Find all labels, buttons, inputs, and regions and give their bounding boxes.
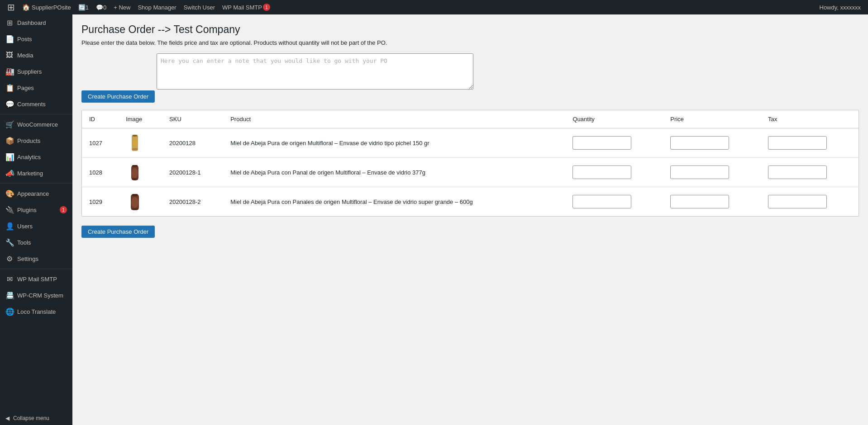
wp-mail-smtp-sidebar-icon: ✉ [5, 275, 14, 283]
sidebar-label-pages: Pages [17, 85, 67, 91]
cell-price-1029[interactable] [663, 187, 761, 217]
sidebar-item-suppliers[interactable]: 🏭 Suppliers [0, 63, 72, 80]
tax-input-1028[interactable] [768, 165, 827, 179]
site-name-link[interactable]: 🏠 SupplierPOsite [19, 0, 75, 14]
cell-product-1027: Miel de Abeja Pura de origen Multifloral… [223, 128, 565, 158]
new-label: + New [114, 4, 130, 11]
sidebar-label-posts: Posts [17, 36, 67, 42]
price-input-1027[interactable] [670, 136, 729, 150]
collapse-menu-button[interactable]: ◀ Collapse menu [0, 411, 72, 425]
plugins-badge: 1 [60, 206, 67, 213]
sidebar-item-analytics[interactable]: 📊 Analytics [0, 149, 72, 165]
col-sku: SKU [162, 110, 223, 128]
dashboard-icon: ⊞ [5, 19, 14, 27]
sidebar-item-dashboard[interactable]: ⊞ Dashboard [0, 14, 72, 31]
sidebar-item-tools[interactable]: 🔧 Tools [0, 234, 72, 250]
updates-icon: 🔄 [78, 4, 86, 11]
sidebar-item-plugins[interactable]: 🔌 Plugins 1 [0, 202, 72, 218]
sidebar-item-posts[interactable]: 📄 Posts [0, 31, 72, 47]
shop-manager-label: Shop Manager [138, 4, 176, 11]
create-po-button-top[interactable]: Create Purchase Order [81, 90, 155, 103]
cell-id-1028: 1028 [82, 158, 119, 187]
sidebar-item-comments[interactable]: 💬 Comments [0, 96, 72, 112]
price-input-1028[interactable] [670, 165, 729, 179]
col-id: ID [82, 110, 119, 128]
sidebar-item-loco-translate[interactable]: 🌐 Loco Translate [0, 303, 72, 320]
cell-sku-1027: 20200128 [162, 128, 223, 158]
updates-link[interactable]: 🔄 1 [75, 0, 92, 14]
po-table: ID Image SKU Product Quantity Price Tax … [82, 110, 858, 216]
svg-rect-11 [131, 208, 138, 210]
product-image-1029 [126, 193, 144, 211]
cell-qty-1028[interactable] [565, 158, 663, 187]
tax-input-1029[interactable] [768, 195, 827, 208]
cell-sku-1029: 20200128-2 [162, 187, 223, 217]
sidebar-item-users[interactable]: 👤 Users [0, 218, 72, 234]
sidebar-label-marketing: Marketing [17, 170, 67, 177]
sidebar-separator-1 [0, 114, 72, 114]
appearance-icon: 🎨 [5, 189, 14, 198]
price-input-1029[interactable] [670, 195, 729, 208]
loco-translate-icon: 🌐 [5, 307, 14, 316]
howdy-link[interactable]: Howdy, xxxxxxx [816, 0, 865, 14]
sidebar-item-woocommerce[interactable]: 🛒 WooCommerce [0, 116, 72, 132]
wp-mail-smtp-label: WP Mail SMTP [222, 4, 262, 11]
sidebar-separator-2 [0, 183, 72, 184]
sidebar-item-wp-mail-smtp[interactable]: ✉ WP Mail SMTP [0, 271, 72, 287]
wp-crm-icon: 📇 [5, 291, 14, 300]
posts-icon: 📄 [5, 35, 14, 43]
settings-icon: ⚙ [5, 255, 14, 263]
product-image-svg-1028 [128, 163, 142, 181]
home-icon: 🏠 [22, 4, 30, 11]
product-image-1028 [126, 163, 144, 181]
cell-sku-1028: 20200128-1 [162, 158, 223, 187]
sidebar-item-pages[interactable]: 📋 Pages [0, 80, 72, 96]
qty-input-1029[interactable] [572, 195, 631, 208]
switch-user-label: Switch User [184, 4, 215, 11]
table-row: 1029 20200128-2 [82, 187, 858, 217]
create-po-button-bottom[interactable]: Create Purchase Order [81, 226, 155, 238]
sidebar-item-media[interactable]: 🖼 Media [0, 47, 72, 63]
sidebar-item-marketing[interactable]: 📣 Marketing [0, 165, 72, 181]
wp-logo-icon[interactable]: ⊞ [4, 2, 19, 13]
sidebar-label-woocommerce: WooCommerce [17, 121, 67, 128]
cell-id-1029: 1029 [82, 187, 119, 217]
cell-tax-1027[interactable] [761, 128, 858, 158]
cell-qty-1027[interactable] [565, 128, 663, 158]
sidebar-item-wp-crm[interactable]: 📇 WP-CRM System [0, 287, 72, 303]
sidebar-label-comments: Comments [17, 101, 67, 108]
note-textarea[interactable] [157, 53, 473, 90]
cell-price-1027[interactable] [663, 128, 761, 158]
sidebar-label-loco-translate: Loco Translate [17, 308, 67, 315]
sidebar-item-settings[interactable]: ⚙ Settings [0, 250, 72, 267]
qty-input-1027[interactable] [572, 136, 631, 150]
shop-manager-link[interactable]: Shop Manager [134, 0, 180, 14]
cell-qty-1029[interactable] [565, 187, 663, 217]
cell-image-1027 [119, 128, 162, 158]
sidebar: ⊞ Dashboard 📄 Posts 🖼 Media 🏭 Suppliers … [0, 14, 72, 425]
sidebar-item-products[interactable]: 📦 Products [0, 132, 72, 149]
sidebar-label-dashboard: Dashboard [17, 19, 67, 26]
wp-mail-smtp-link[interactable]: WP Mail SMTP 1 [219, 0, 274, 14]
new-link[interactable]: + New [110, 0, 134, 14]
qty-input-1028[interactable] [572, 165, 631, 179]
tax-input-1027[interactable] [768, 136, 827, 150]
cell-tax-1028[interactable] [761, 158, 858, 187]
cell-tax-1029[interactable] [761, 187, 858, 217]
svg-rect-7 [132, 178, 138, 180]
switch-user-link[interactable]: Switch User [180, 0, 219, 14]
collapse-label: Collapse menu [13, 415, 49, 421]
sidebar-label-appearance: Appearance [17, 190, 67, 197]
svg-point-2 [132, 138, 138, 147]
sidebar-item-appearance[interactable]: 🎨 Appearance [0, 185, 72, 202]
howdy-label: Howdy, xxxxxxx [820, 4, 861, 11]
col-quantity: Quantity [565, 110, 663, 128]
page-subtitle: Please enter the data below. The fields … [81, 39, 859, 46]
cell-price-1028[interactable] [663, 158, 761, 187]
comments-link[interactable]: 💬 0 [92, 0, 110, 14]
collapse-icon: ◀ [5, 415, 10, 421]
svg-point-10 [131, 197, 138, 208]
sidebar-label-suppliers: Suppliers [17, 68, 67, 75]
sidebar-label-plugins: Plugins [17, 207, 56, 213]
col-price: Price [663, 110, 761, 128]
